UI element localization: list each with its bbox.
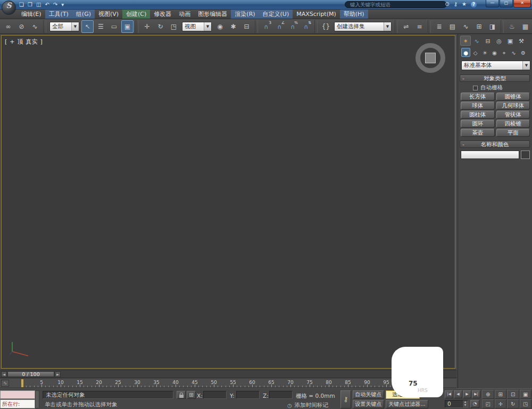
bind-to-space-warp-icon[interactable]: ∿ — [29, 20, 41, 33]
named-selection-sets-dropdown[interactable]: 创建选择集▼ — [334, 22, 392, 31]
viewport-shading-menu[interactable]: 真实 — [26, 38, 38, 45]
selection-lock-toggle[interactable] — [177, 391, 186, 399]
dropdown-arrow-icon[interactable]: ▼ — [384, 22, 391, 31]
viewport-top[interactable]: [+顶真实] — [1, 35, 455, 369]
select-and-link-icon[interactable]: ∞ — [2, 20, 14, 33]
object-color-swatch[interactable] — [521, 151, 530, 159]
category-shapes[interactable]: ◇ — [471, 48, 480, 57]
tab-utilities[interactable]: ⚒ — [516, 36, 527, 46]
plane-button[interactable]: 平面 — [496, 129, 530, 137]
viewcube-top-face[interactable] — [425, 53, 436, 63]
graphite-modeling-tools-icon[interactable]: ▤ — [446, 20, 459, 33]
tab-display[interactable]: ▣ — [505, 36, 516, 46]
select-by-name-icon[interactable]: ☰ — [95, 20, 107, 33]
torus-button[interactable]: 圆环 — [461, 120, 495, 128]
mirror-icon[interactable]: ⇌ — [400, 20, 412, 33]
rectangular-selection-region-icon[interactable]: ▭ — [108, 20, 120, 33]
cone-button[interactable]: 圆锥体 — [496, 93, 530, 101]
menu-help[interactable]: 帮助(H) — [340, 10, 368, 19]
menu-modifiers[interactable]: 修改器 — [150, 10, 175, 19]
help-icon[interactable]: ? — [471, 2, 477, 7]
track-bar[interactable]: ∿ 05101520253035404550556065707580859095… — [0, 379, 456, 388]
object-name-field[interactable] — [461, 151, 519, 159]
percent-snap-toggle-icon[interactable]: ∩% — [287, 20, 299, 33]
category-cameras[interactable]: ◉ — [490, 48, 499, 57]
menu-graph-editors[interactable]: 图形编辑器 — [194, 10, 231, 19]
new-scene-icon[interactable]: ❏ — [19, 1, 24, 8]
x-coordinate-field[interactable] — [203, 391, 227, 399]
dropdown-arrow-icon[interactable]: ▼ — [71, 22, 79, 31]
time-slider-handle[interactable]: 0 / 100 — [7, 371, 54, 377]
maxscript-macro-recorder-field[interactable] — [0, 390, 35, 399]
cylinder-button[interactable]: 圆柱体 — [461, 111, 495, 119]
autogrid-checkbox[interactable]: 自动栅格 — [473, 84, 503, 91]
object-subcategory-dropdown[interactable]: 标准基本体 ▼ — [461, 61, 530, 70]
viewport-general-menu[interactable]: + — [10, 38, 14, 45]
close-button[interactable]: ✕ — [513, 0, 531, 7]
snap-toggle-3d-icon[interactable]: ∩3 — [260, 20, 272, 33]
menu-edit[interactable]: 编辑(E) — [18, 10, 45, 19]
y-coordinate-field[interactable] — [236, 391, 260, 399]
box-button[interactable]: 长方体 — [461, 93, 495, 101]
category-geometry[interactable]: ● — [461, 48, 470, 57]
set-key-mode-toggle[interactable]: 设置关键点 — [353, 400, 384, 408]
orbit-icon[interactable]: ↻ — [507, 399, 519, 408]
zoom-all-icon[interactable]: ⊞ — [495, 390, 507, 399]
previous-frame-arrow[interactable]: ◄ — [1, 371, 7, 377]
tab-motion[interactable]: ◎ — [494, 36, 504, 46]
frame-spinner[interactable]: ▲ ▼ — [462, 400, 468, 407]
zoom-icon[interactable]: ⊕ — [482, 390, 494, 399]
object-type-rollout-header[interactable]: - 对象类型 — [460, 74, 530, 82]
previous-frame-button[interactable]: ◀ — [454, 390, 462, 398]
curve-editor-icon[interactable]: ∿ — [460, 20, 472, 33]
sphere-button[interactable]: 球体 — [461, 102, 495, 110]
maximize-viewport-icon[interactable]: ◳ — [520, 399, 532, 408]
menu-tools[interactable]: 工具(T) — [45, 10, 72, 19]
tab-create[interactable]: ✶ — [460, 36, 471, 46]
add-time-tag-button[interactable]: ◷ 添加时间标记 — [287, 402, 328, 409]
zoom-extents-icon[interactable]: ⊡ — [507, 390, 519, 399]
unlink-selection-icon[interactable]: ⊘ — [15, 20, 28, 33]
tab-hierarchy[interactable]: ⊟ — [483, 36, 493, 46]
viewcube[interactable] — [415, 43, 445, 73]
sign-in-key-icon[interactable]: ⚷ — [454, 1, 458, 7]
next-frame-arrow[interactable]: ► — [55, 371, 61, 377]
quick-access-more-icon[interactable]: ▾ — [61, 1, 64, 8]
name-and-color-rollout-header[interactable]: - 名称和颜色 — [460, 140, 530, 148]
application-menu-button[interactable]: S — [2, 1, 16, 15]
open-file-icon[interactable]: ❒ — [28, 1, 32, 8]
auto-key-toggle[interactable]: 自动关键点 — [353, 390, 384, 399]
material-editor-icon[interactable]: ◨ — [486, 20, 498, 33]
spinner-down-icon[interactable]: ▼ — [463, 404, 468, 407]
render-setup-icon[interactable]: ♨ — [506, 20, 518, 33]
go-to-end-button[interactable]: ▶| — [472, 390, 480, 398]
category-space-warps[interactable]: ∿ — [509, 48, 518, 57]
use-pivot-point-center-icon[interactable]: ◉ — [214, 20, 226, 33]
time-configuration-button[interactable]: ◔ — [470, 400, 479, 408]
window-crossing-toggle-icon[interactable]: ▣ — [121, 20, 134, 33]
schematic-view-icon[interactable]: ⊞ — [473, 20, 485, 33]
pyramid-button[interactable]: 四棱锥 — [496, 120, 530, 128]
menu-animation[interactable]: 动画 — [175, 10, 194, 19]
geosphere-button[interactable]: 几何球体 — [496, 102, 530, 110]
search-input[interactable] — [345, 1, 447, 8]
trackbar-ruler[interactable]: 0510152025303540455055606570758085909510… — [0, 379, 456, 388]
minimize-button[interactable]: — — [486, 0, 499, 7]
align-icon[interactable]: ≡ — [413, 20, 426, 33]
undo-icon[interactable]: ↶ — [45, 1, 49, 8]
z-coordinate-field[interactable] — [269, 391, 293, 399]
teapot-button[interactable]: 茶壶 — [461, 129, 495, 137]
zoom-extents-all-icon[interactable]: ▣ — [520, 390, 532, 399]
go-to-start-button[interactable]: |◀ — [445, 390, 453, 398]
select-and-rotate-icon[interactable]: ↻ — [154, 20, 167, 33]
menu-rendering[interactable]: 渲染(R) — [231, 10, 259, 19]
absolute-mode-transform-toggle[interactable]: ⊞ — [187, 391, 196, 399]
menu-maxscript[interactable]: MAXScript(M) — [293, 10, 340, 19]
dropdown-arrow-icon[interactable]: ▼ — [204, 22, 211, 31]
tab-modify[interactable]: ∿ — [471, 36, 482, 46]
zoom-region-icon[interactable]: ◰ — [482, 399, 494, 408]
category-lights[interactable]: ☀ — [480, 48, 489, 57]
selection-filter-dropdown[interactable]: 全部▼ — [49, 22, 79, 31]
current-frame-marker[interactable] — [21, 379, 24, 388]
angle-snap-toggle-icon[interactable]: ∩∠ — [273, 20, 286, 33]
